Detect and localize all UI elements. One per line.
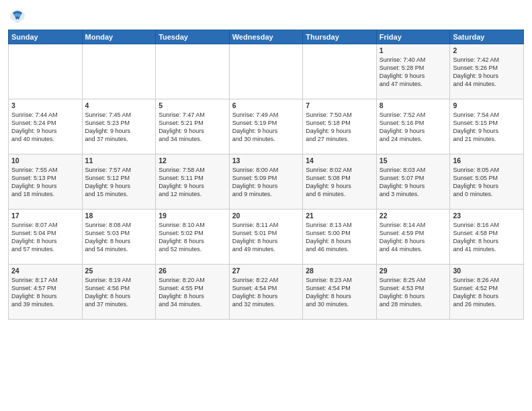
day-info: Sunrise: 7:55 AM Sunset: 5:13 PM Dayligh… [11,166,79,199]
day-number: 17 [11,212,79,220]
day-number: 1 [380,46,447,54]
calendar-cell: 2Sunrise: 7:42 AM Sunset: 5:26 PM Daylig… [450,44,524,99]
day-number: 2 [453,46,521,54]
calendar-cell: 5Sunrise: 7:47 AM Sunset: 5:21 PM Daylig… [156,99,230,154]
calendar-week-2: 3Sunrise: 7:44 AM Sunset: 5:24 PM Daylig… [9,99,524,154]
day-number: 19 [159,212,226,220]
day-info: Sunrise: 8:00 AM Sunset: 5:09 PM Dayligh… [232,166,300,199]
calendar-cell: 24Sunrise: 8:17 AM Sunset: 4:57 PM Dayli… [9,265,83,320]
day-number: 26 [159,267,226,275]
day-number: 12 [159,156,226,165]
calendar-cell [156,44,230,99]
calendar-cell: 29Sunrise: 8:25 AM Sunset: 4:53 PM Dayli… [376,265,450,320]
day-info: Sunrise: 7:54 AM Sunset: 5:15 PM Dayligh… [453,111,521,144]
day-info: Sunrise: 8:20 AM Sunset: 4:55 PM Dayligh… [159,276,226,309]
col-header-thursday: Thursday [303,30,377,44]
calendar-cell: 26Sunrise: 8:20 AM Sunset: 4:55 PM Dayli… [156,265,230,320]
day-info: Sunrise: 7:57 AM Sunset: 5:12 PM Dayligh… [85,166,153,199]
day-number: 5 [159,101,226,109]
calendar-cell: 21Sunrise: 8:13 AM Sunset: 5:00 PM Dayli… [303,210,377,265]
calendar-cell: 12Sunrise: 7:58 AM Sunset: 5:11 PM Dayli… [156,154,230,210]
day-info: Sunrise: 7:42 AM Sunset: 5:26 PM Dayligh… [453,56,521,89]
col-header-sunday: Sunday [9,30,83,44]
day-number: 21 [306,212,373,220]
day-info: Sunrise: 8:07 AM Sunset: 5:04 PM Dayligh… [11,221,79,254]
day-info: Sunrise: 7:44 AM Sunset: 5:24 PM Dayligh… [11,111,79,144]
day-number: 25 [85,267,153,275]
day-number: 6 [232,101,300,109]
calendar-cell: 17Sunrise: 8:07 AM Sunset: 5:04 PM Dayli… [9,210,83,265]
day-info: Sunrise: 8:11 AM Sunset: 5:01 PM Dayligh… [232,221,300,254]
calendar-cell: 7Sunrise: 7:50 AM Sunset: 5:18 PM Daylig… [303,99,377,154]
calendar-week-4: 17Sunrise: 8:07 AM Sunset: 5:04 PM Dayli… [9,210,524,265]
day-number: 22 [380,212,447,220]
day-number: 30 [453,267,521,275]
calendar-cell: 27Sunrise: 8:22 AM Sunset: 4:54 PM Dayli… [229,265,303,320]
calendar-cell: 18Sunrise: 8:08 AM Sunset: 5:03 PM Dayli… [82,210,156,265]
calendar: SundayMondayTuesdayWednesdayThursdayFrid… [8,30,524,320]
calendar-cell: 9Sunrise: 7:54 AM Sunset: 5:15 PM Daylig… [450,99,524,154]
day-info: Sunrise: 7:47 AM Sunset: 5:21 PM Dayligh… [159,111,226,144]
day-number: 8 [380,101,447,109]
calendar-week-1: 1Sunrise: 7:40 AM Sunset: 5:28 PM Daylig… [9,44,524,99]
day-info: Sunrise: 8:22 AM Sunset: 4:54 PM Dayligh… [232,276,300,309]
day-info: Sunrise: 8:08 AM Sunset: 5:03 PM Dayligh… [85,221,153,254]
logo-icon [8,7,27,26]
day-info: Sunrise: 8:10 AM Sunset: 5:02 PM Dayligh… [159,221,226,254]
day-info: Sunrise: 8:05 AM Sunset: 5:05 PM Dayligh… [453,166,521,199]
logo [8,7,30,26]
calendar-cell: 10Sunrise: 7:55 AM Sunset: 5:13 PM Dayli… [9,154,83,210]
header [8,7,524,26]
page: SundayMondayTuesdayWednesdayThursdayFrid… [0,0,532,411]
day-number: 18 [85,212,153,220]
calendar-cell [9,44,83,99]
calendar-cell: 22Sunrise: 8:14 AM Sunset: 4:59 PM Dayli… [376,210,450,265]
day-info: Sunrise: 8:19 AM Sunset: 4:56 PM Dayligh… [85,276,153,309]
day-info: Sunrise: 8:17 AM Sunset: 4:57 PM Dayligh… [11,276,79,309]
day-number: 10 [11,156,79,165]
day-number: 11 [85,156,153,165]
day-number: 4 [85,101,153,109]
calendar-cell: 28Sunrise: 8:23 AM Sunset: 4:54 PM Dayli… [303,265,377,320]
calendar-cell: 16Sunrise: 8:05 AM Sunset: 5:05 PM Dayli… [450,154,524,210]
day-info: Sunrise: 8:14 AM Sunset: 4:59 PM Dayligh… [380,221,447,254]
calendar-cell [229,44,303,99]
calendar-cell: 1Sunrise: 7:40 AM Sunset: 5:28 PM Daylig… [376,44,450,99]
day-info: Sunrise: 8:16 AM Sunset: 4:58 PM Dayligh… [453,221,521,254]
day-info: Sunrise: 8:03 AM Sunset: 5:07 PM Dayligh… [380,166,447,199]
calendar-cell [303,44,377,99]
day-number: 23 [453,212,521,220]
day-number: 7 [306,101,373,109]
col-header-wednesday: Wednesday [229,30,303,44]
day-info: Sunrise: 7:52 AM Sunset: 5:16 PM Dayligh… [380,111,447,144]
day-number: 13 [232,156,300,165]
calendar-cell: 6Sunrise: 7:49 AM Sunset: 5:19 PM Daylig… [229,99,303,154]
day-info: Sunrise: 7:58 AM Sunset: 5:11 PM Dayligh… [159,166,226,199]
day-info: Sunrise: 8:25 AM Sunset: 4:53 PM Dayligh… [380,276,447,309]
day-number: 27 [232,267,300,275]
calendar-cell: 25Sunrise: 8:19 AM Sunset: 4:56 PM Dayli… [82,265,156,320]
col-header-tuesday: Tuesday [156,30,230,44]
calendar-cell: 20Sunrise: 8:11 AM Sunset: 5:01 PM Dayli… [229,210,303,265]
day-number: 24 [11,267,79,275]
calendar-header-row: SundayMondayTuesdayWednesdayThursdayFrid… [9,30,524,44]
day-number: 29 [380,267,447,275]
col-header-friday: Friday [376,30,450,44]
day-number: 15 [380,156,447,165]
calendar-cell [82,44,156,99]
day-info: Sunrise: 8:23 AM Sunset: 4:54 PM Dayligh… [306,276,373,309]
day-number: 14 [306,156,373,165]
day-number: 20 [232,212,300,220]
day-info: Sunrise: 7:45 AM Sunset: 5:23 PM Dayligh… [85,111,153,144]
calendar-cell: 30Sunrise: 8:26 AM Sunset: 4:52 PM Dayli… [450,265,524,320]
calendar-cell: 4Sunrise: 7:45 AM Sunset: 5:23 PM Daylig… [82,99,156,154]
calendar-cell: 14Sunrise: 8:02 AM Sunset: 5:08 PM Dayli… [303,154,377,210]
day-info: Sunrise: 7:40 AM Sunset: 5:28 PM Dayligh… [380,56,447,89]
day-info: Sunrise: 7:50 AM Sunset: 5:18 PM Dayligh… [306,111,373,144]
day-info: Sunrise: 7:49 AM Sunset: 5:19 PM Dayligh… [232,111,300,144]
calendar-week-3: 10Sunrise: 7:55 AM Sunset: 5:13 PM Dayli… [9,154,524,210]
calendar-cell: 23Sunrise: 8:16 AM Sunset: 4:58 PM Dayli… [450,210,524,265]
calendar-cell: 8Sunrise: 7:52 AM Sunset: 5:16 PM Daylig… [376,99,450,154]
day-number: 28 [306,267,373,275]
calendar-cell: 13Sunrise: 8:00 AM Sunset: 5:09 PM Dayli… [229,154,303,210]
